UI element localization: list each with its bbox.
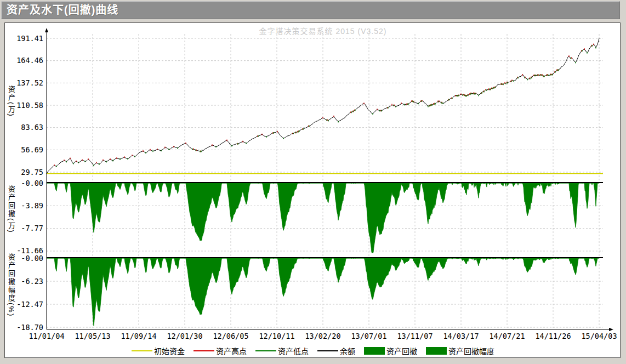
drawdown-pct-zero-line (47, 257, 603, 258)
x-axis-arrow-icon (609, 328, 613, 331)
legend-line-swatch-icon (255, 350, 276, 351)
x-tick-label: 11/01/04 (29, 332, 64, 340)
x-tick-label: 13/07/01 (351, 332, 386, 340)
y-tick-label-drawdown-pct: -0.00 (21, 254, 43, 263)
y-tick-label-assets: 110.58 (16, 101, 43, 110)
y-tick-label-drawdown-pct: -18.70 (16, 323, 43, 332)
watermark-text: 金字塔决策交易系统 2015 (V3.52) (20, 25, 626, 36)
x-tick-label: 13/11/07 (397, 332, 432, 340)
y-axis-label-drawdown-pct: 资产回撤幅度(%) (7, 253, 16, 317)
y-axis-label-assets: 资产(万) (7, 86, 16, 117)
y-tick-label-assets: 83.63 (21, 123, 43, 132)
legend-line-swatch-icon (132, 350, 152, 351)
x-tick-label: 14/11/26 (535, 332, 571, 340)
chart-legend: 初始资金资产高点资产低点余额资产回撤资产回撤幅度 (0, 345, 626, 357)
chart-canvas: 191.41164.46137.52110.5883.6356.6929.75-… (0, 0, 626, 364)
legend-item: 资产高点 (194, 345, 247, 356)
y-tick-label-assets: 164.46 (16, 56, 43, 65)
legend-item-label: 资产回撤幅度 (448, 345, 494, 356)
x-tick-label: 11/09/14 (121, 332, 156, 340)
legend-line-swatch-icon (317, 350, 338, 351)
x-tick-label: 13/02/20 (305, 332, 340, 340)
legend-item-label: 资产高点 (216, 345, 247, 356)
legend-item: 资产回撤幅度 (426, 345, 494, 356)
legend-line-swatch-icon (194, 350, 214, 351)
y-tick-label-drawdown-pct: -12.47 (16, 300, 43, 309)
legend-item-label: 初始资金 (154, 345, 185, 356)
y-tick-label-assets: 137.52 (16, 78, 43, 87)
asset-low-marks (56, 45, 596, 167)
legend-item: 资产回撤 (364, 345, 417, 356)
x-tick-label: 11/05/13 (75, 332, 110, 340)
asset-high-marks (54, 43, 594, 166)
legend-item: 初始资金 (132, 345, 185, 356)
x-tick-label: 12/06/05 (213, 332, 248, 340)
y-tick-label-assets: 56.69 (21, 145, 43, 154)
y-tick-label-drawdown: -7.77 (21, 224, 43, 232)
y-tick-label-drawdown-pct: -6.23 (21, 277, 43, 286)
legend-item-label: 资产低点 (278, 345, 309, 356)
y-axis-label-drawdown: 资产回撤(万) (7, 185, 16, 234)
legend-box-swatch-icon (364, 347, 385, 355)
x-tick-label: 14/03/17 (443, 332, 479, 340)
legend-item-label: 余额 (340, 345, 355, 356)
x-tick-label: 14/07/21 (489, 332, 525, 340)
legend-item: 资产低点 (255, 345, 309, 356)
y-tick-label-drawdown: -0.00 (21, 179, 43, 187)
y-tick-label-drawdown: -3.89 (21, 201, 43, 210)
legend-item: 余额 (317, 345, 355, 356)
y-tick-label-assets: 29.75 (21, 168, 43, 177)
legend-box-swatch-icon (426, 347, 447, 355)
x-tick-label: 12/10/11 (259, 332, 294, 340)
drawdown-zero-line (47, 182, 603, 183)
x-tick-label: 12/01/30 (167, 332, 202, 340)
x-tick-label: 15/04/03 (581, 332, 617, 340)
app-window: { "window": { "title": "资产及水下(回撤)曲线", "w… (0, 0, 626, 364)
legend-item-label: 资产回撤 (386, 345, 417, 356)
